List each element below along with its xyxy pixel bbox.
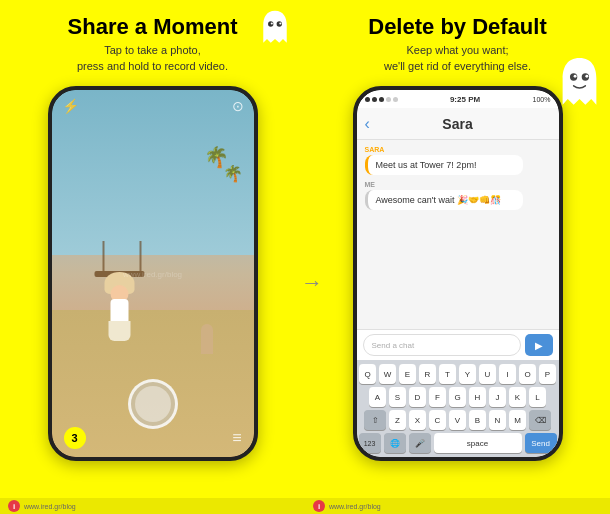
keyboard: Q W E R T Y U I O P A S D F G (357, 360, 559, 457)
left-title: Share a Moment (68, 14, 238, 40)
sara-message: Meet us at Tower 7! 2pm! (365, 155, 523, 175)
info-bar-right: i www.ired.gr/blog (305, 498, 610, 514)
snap-counter: 3 (64, 427, 86, 449)
message-group-sara: SARA Meet us at Tower 7! 2pm! (365, 146, 551, 175)
capture-button[interactable] (128, 379, 178, 429)
back-button[interactable]: ‹ (365, 115, 370, 133)
key-123[interactable]: 123 (359, 433, 381, 453)
panel-arrow: → (301, 270, 323, 296)
key-space[interactable]: space (434, 433, 522, 453)
key-f[interactable]: F (429, 387, 446, 407)
website-label: www.ired.gr/blog (24, 503, 76, 510)
key-k[interactable]: K (509, 387, 526, 407)
key-p[interactable]: P (539, 364, 556, 384)
signal-dot-1 (365, 97, 370, 102)
beach-scene: 🌴 🌴 (52, 90, 254, 457)
phone-mockup-right: 9:25 PM 100% ‹ Sara SARA Meet us at Towe… (353, 86, 563, 461)
info-icon-right: i (313, 500, 325, 512)
key-mic[interactable]: 🎤 (409, 433, 431, 453)
key-x[interactable]: X (409, 410, 426, 430)
keyboard-row-3: ⇧ Z X C V B N M ⌫ (359, 410, 557, 430)
right-panel: Delete by Default Keep what you want; we… (305, 0, 610, 514)
camera-bottom-bar: 3 ≡ (52, 427, 254, 449)
key-c[interactable]: C (429, 410, 446, 430)
svg-point-3 (279, 22, 281, 24)
key-s[interactable]: S (389, 387, 406, 407)
me-label: ME (365, 181, 551, 188)
battery-indicator: 100% (533, 96, 551, 103)
key-send[interactable]: Send (525, 433, 557, 453)
phone-mockup-left: 🌴 🌴 (48, 86, 258, 461)
ghost-icon-left (259, 8, 291, 52)
left-subtitle: Tap to take a photo, press and hold to r… (68, 43, 238, 74)
key-t[interactable]: T (439, 364, 456, 384)
svg-point-7 (585, 75, 588, 78)
left-panel: Share a Moment Tap to take a photo, pres… (0, 0, 305, 514)
key-v[interactable]: V (449, 410, 466, 430)
status-time: 9:25 PM (450, 95, 480, 104)
signal-dot-3 (379, 97, 384, 102)
rotate-icon: ⊙ (232, 98, 244, 114)
key-d[interactable]: D (409, 387, 426, 407)
key-m[interactable]: M (509, 410, 526, 430)
key-z[interactable]: Z (389, 410, 406, 430)
send-icon: ▶ (535, 340, 543, 351)
svg-point-6 (574, 75, 577, 78)
key-delete[interactable]: ⌫ (529, 410, 551, 430)
info-bar-left: i www.ired.gr/blog (0, 498, 305, 514)
camera-overlay: ⚡ ⊙ 3 ≡ (52, 90, 254, 457)
flash-icon: ⚡ (62, 98, 79, 114)
conversation-title: Sara (442, 116, 472, 132)
signal-dot-5 (393, 97, 398, 102)
signal-dot-2 (372, 97, 377, 102)
keyboard-row-2: A S D F G H J K L (359, 387, 557, 407)
signal-dots (365, 97, 398, 102)
key-shift[interactable]: ⇧ (364, 410, 386, 430)
key-b[interactable]: B (469, 410, 486, 430)
right-subtitle: Keep what you want; we'll get rid of eve… (368, 43, 547, 74)
input-placeholder: Send a chat (372, 341, 415, 350)
key-g[interactable]: G (449, 387, 466, 407)
menu-icon: ≡ (232, 429, 241, 447)
camera-screen: 🌴 🌴 (52, 90, 254, 457)
key-y[interactable]: Y (459, 364, 476, 384)
key-w[interactable]: W (379, 364, 396, 384)
keyboard-row-4: 123 🌐 🎤 space Send (359, 433, 557, 453)
key-u[interactable]: U (479, 364, 496, 384)
key-e[interactable]: E (399, 364, 416, 384)
key-r[interactable]: R (419, 364, 436, 384)
chat-area: SARA Meet us at Tower 7! 2pm! ME Awesome… (357, 140, 559, 329)
key-a[interactable]: A (369, 387, 386, 407)
signal-dot-4 (386, 97, 391, 102)
navigation-bar: ‹ Sara (357, 108, 559, 140)
message-group-me: ME Awesome can't wait 🎉🤝👊🎊 (365, 181, 551, 210)
input-area: Send a chat ▶ (357, 329, 559, 360)
send-button[interactable]: ▶ (525, 334, 553, 356)
key-n[interactable]: N (489, 410, 506, 430)
capture-inner (135, 386, 171, 422)
chat-screen: 9:25 PM 100% ‹ Sara SARA Meet us at Towe… (357, 90, 559, 457)
key-l[interactable]: L (529, 387, 546, 407)
key-h[interactable]: H (469, 387, 486, 407)
website-label-right: www.ired.gr/blog (329, 503, 381, 510)
key-i[interactable]: I (499, 364, 516, 384)
left-header: Share a Moment Tap to take a photo, pres… (48, 0, 258, 82)
key-q[interactable]: Q (359, 364, 376, 384)
camera-top-bar: ⚡ ⊙ (52, 98, 254, 114)
svg-point-2 (271, 22, 273, 24)
sara-label: SARA (365, 146, 551, 153)
right-title: Delete by Default (368, 14, 547, 40)
key-j[interactable]: J (489, 387, 506, 407)
me-message: Awesome can't wait 🎉🤝👊🎊 (365, 190, 523, 210)
status-bar: 9:25 PM 100% (357, 90, 559, 108)
key-o[interactable]: O (519, 364, 536, 384)
keyboard-row-1: Q W E R T Y U I O P (359, 364, 557, 384)
chat-input-field[interactable]: Send a chat (363, 334, 521, 356)
ghost-icon-right (557, 55, 602, 114)
right-header: Delete by Default Keep what you want; we… (348, 0, 567, 82)
key-globe[interactable]: 🌐 (384, 433, 406, 453)
info-icon: i (8, 500, 20, 512)
